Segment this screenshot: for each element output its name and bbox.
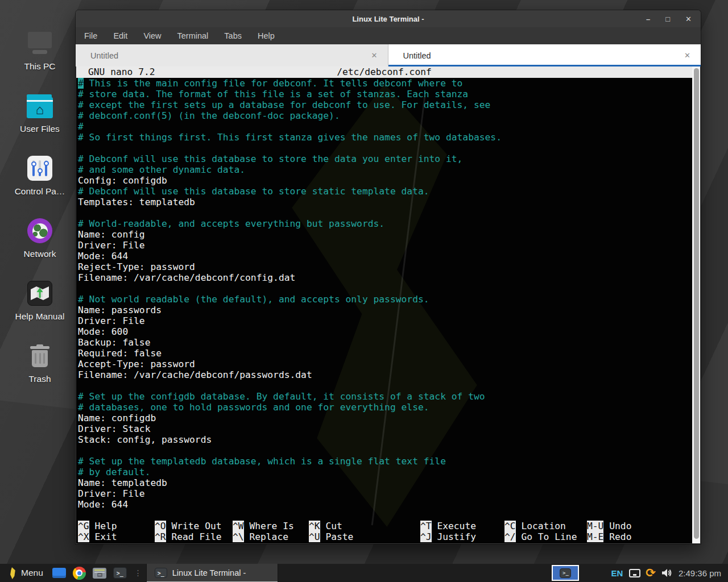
terminal-line: Config: configdb bbox=[78, 175, 690, 186]
nano-shortcut: M-U Undo bbox=[587, 521, 631, 531]
shortcut-key: ^R bbox=[155, 531, 166, 542]
shortcut-key: ^\ bbox=[233, 531, 244, 542]
system-tray: >_ EN ⟳ 2:49:36 pm bbox=[552, 564, 728, 582]
nano-shortcut: ^C Location bbox=[504, 521, 566, 531]
terminal-line: # Not world readable (the default), and … bbox=[78, 294, 690, 305]
terminal-line: # Debconf will use this database to stor… bbox=[78, 186, 690, 197]
linux-lite-feather-icon bbox=[7, 567, 17, 580]
desktop-icon-label: Network bbox=[24, 249, 56, 259]
shortcut-key: ^W bbox=[233, 521, 244, 531]
start-menu-button[interactable]: Menu bbox=[0, 564, 49, 582]
nano-version: GNU nano 7.2 bbox=[88, 66, 155, 77]
keyboard-layout-indicator[interactable]: EN bbox=[611, 568, 623, 578]
scrollbar-thumb[interactable] bbox=[694, 68, 699, 539]
taskbar-separator: ⋮ bbox=[134, 568, 142, 577]
desktop-icon-label: Help Manual bbox=[15, 311, 64, 322]
terminal-line: # debconf.conf(5) (in the debconf-doc pa… bbox=[78, 110, 690, 121]
nano-shortcut: ^W Where Is bbox=[233, 521, 294, 531]
nano-titlebar: GNU nano 7.2 /etc/debconf.conf bbox=[76, 66, 692, 78]
scrollbar-track[interactable] bbox=[692, 66, 700, 543]
maximize-button[interactable]: □ bbox=[665, 15, 670, 23]
menu-help[interactable]: Help bbox=[258, 31, 275, 40]
terminal-line: Name: templatedb bbox=[78, 477, 690, 488]
display-icon[interactable] bbox=[629, 569, 640, 577]
nano-shortcut: ^/ Go To Line bbox=[504, 531, 577, 542]
window-title: Linux Lite Terminal - bbox=[352, 15, 424, 23]
tab-label: Untitled bbox=[90, 51, 118, 60]
close-button[interactable]: ✕ bbox=[685, 15, 692, 23]
desktop-icon-label: User Files bbox=[20, 124, 60, 134]
shortcut-key: ^/ bbox=[504, 531, 516, 542]
titlebar[interactable]: Linux Lite Terminal - – □ ✕ bbox=[76, 10, 701, 27]
chrome-launcher-icon[interactable] bbox=[73, 567, 86, 580]
terminal-line: Mode: 644 bbox=[78, 251, 690, 261]
terminal-line: Filename: /var/cache/debconf/config.dat bbox=[78, 272, 690, 283]
tray-terminal-active[interactable]: >_ bbox=[552, 565, 579, 581]
terminal-line: Name: configdb bbox=[78, 413, 690, 423]
menu-edit[interactable]: Edit bbox=[113, 31, 127, 40]
shortcut-key: ^U bbox=[309, 531, 320, 542]
updates-icon[interactable]: ⟳ bbox=[646, 567, 656, 579]
menubar: File Edit View Terminal Tabs Help bbox=[76, 27, 701, 44]
terminal-icon: >_ bbox=[155, 568, 167, 578]
terminal-lines: # This is the main config file for debco… bbox=[78, 78, 690, 510]
nano-shortcut: ^J Justify bbox=[420, 531, 476, 542]
terminal-line: # and some other dynamic data. bbox=[78, 164, 690, 175]
terminal-line: Driver: File bbox=[78, 315, 690, 326]
terminal-line: Name: passwords bbox=[78, 305, 690, 315]
terminal-line: # store data. The format of this file is… bbox=[78, 89, 690, 99]
terminal-icon: >_ bbox=[560, 568, 571, 578]
tab-untitled-2[interactable]: Untitled ✕ bbox=[388, 44, 701, 66]
terminal-line: # by default. bbox=[78, 467, 690, 477]
terminal-line: # World-readable, and accepts everything… bbox=[78, 218, 690, 229]
desktop-icon-label: Trash bbox=[28, 374, 51, 384]
desktop-icon-control-panel[interactable]: Control Pa… bbox=[10, 138, 69, 197]
terminal-line bbox=[78, 143, 690, 153]
desktop-icon-network[interactable]: Network bbox=[10, 200, 69, 259]
terminal-line: Mode: 644 bbox=[78, 499, 690, 510]
desktop-icon-user-files[interactable]: ⌂ User Files bbox=[10, 75, 69, 134]
shortcut-key: M-E bbox=[587, 531, 603, 542]
shortcut-row-1: ^G Help^O Write Out^W Where Is^K Cut^T E… bbox=[78, 521, 690, 531]
terminal-line: Driver: Stack bbox=[78, 423, 690, 434]
taskbar-window-button[interactable]: >_ Linux Lite Terminal - bbox=[146, 564, 278, 582]
terminal-line: Required: false bbox=[78, 348, 690, 359]
taskbar: Menu – >_ ⋮ >_ Linux Lite Terminal - >_ … bbox=[0, 564, 728, 582]
clock[interactable]: 2:49:36 pm bbox=[679, 568, 721, 578]
tab-close-icon[interactable]: ✕ bbox=[684, 51, 690, 60]
desktop-icon-trash[interactable]: Trash bbox=[10, 325, 69, 384]
desktop-icon-help-manual[interactable]: Help Manual bbox=[10, 263, 69, 322]
desktop-icon-this-pc[interactable]: This PC bbox=[10, 13, 69, 72]
trash-icon bbox=[29, 344, 51, 368]
menu-file[interactable]: File bbox=[84, 31, 97, 40]
desktop-icon-label: Control Pa… bbox=[15, 186, 65, 197]
file-manager-launcher-icon[interactable] bbox=[52, 568, 66, 578]
desktop-icon-label: This PC bbox=[24, 61, 55, 72]
help-manual-icon bbox=[27, 281, 52, 306]
tab-close-icon[interactable]: ✕ bbox=[371, 51, 378, 60]
nano-shortcut: ^T Execute bbox=[420, 521, 476, 531]
menu-tabs[interactable]: Tabs bbox=[224, 31, 242, 40]
software-launcher-icon[interactable]: – bbox=[93, 568, 106, 579]
desktop: This PC ⌂ User Files Control Pa… Network… bbox=[0, 0, 728, 582]
nano-shortcut: ^G Help bbox=[78, 521, 117, 531]
shortcut-key: ^O bbox=[155, 521, 166, 531]
shortcut-key: ^C bbox=[504, 521, 516, 531]
minimize-button[interactable]: – bbox=[646, 15, 650, 23]
nano-shortcut-bar: ^G Help^O Write Out^W Where Is^K Cut^T E… bbox=[78, 521, 690, 542]
shortcut-key: ^K bbox=[309, 521, 320, 531]
terminal-launcher-icon[interactable]: >_ bbox=[113, 567, 127, 579]
tab-untitled-1[interactable]: Untitled ✕ bbox=[76, 44, 388, 66]
terminal-line: Driver: File bbox=[78, 240, 690, 251]
terminal-line: Backup: false bbox=[78, 337, 690, 348]
terminal-screen[interactable]: GNU nano 7.2 /etc/debconf.conf # This is… bbox=[76, 66, 700, 543]
control-panel-icon bbox=[27, 156, 52, 181]
terminal-line bbox=[78, 283, 690, 294]
nano-shortcut: ^O Write Out bbox=[155, 521, 222, 531]
volume-icon[interactable] bbox=[661, 568, 672, 578]
menu-terminal[interactable]: Terminal bbox=[177, 31, 209, 40]
menu-button-label: Menu bbox=[21, 568, 43, 578]
menu-view[interactable]: View bbox=[143, 31, 161, 40]
terminal-line: # This is the main config file for debco… bbox=[78, 78, 690, 89]
quick-launch: – >_ bbox=[49, 564, 130, 582]
